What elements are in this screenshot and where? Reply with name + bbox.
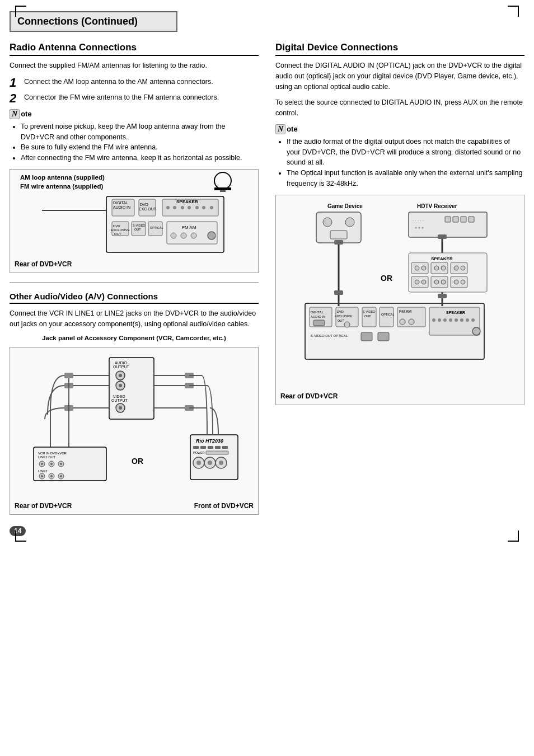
radio-antenna-intro: Connect the supplied FM/AM antennas for … [10, 60, 259, 71]
digital-note-item-1: If the audio format of the digital outpu… [287, 137, 524, 168]
left-column: Radio Antenna Connections Connect the su… [10, 42, 259, 536]
svg-text:EXCLUSIVE: EXCLUSIVE [111, 228, 130, 232]
svg-point-39 [119, 374, 122, 377]
svg-point-164 [460, 318, 463, 322]
fm-label: FM wire antenna (supplied) [20, 183, 103, 190]
svg-point-32 [181, 233, 186, 238]
digital-device-diagram-svg: Game Device HDTV Receiver . . . . . [299, 200, 501, 390]
svg-point-90 [208, 461, 212, 465]
svg-point-110 [421, 227, 423, 228]
svg-text:AUDIO: AUDIO [115, 361, 128, 365]
svg-point-161 [443, 318, 447, 322]
radio-rear-label: Rear of DVD+VCR [15, 260, 254, 268]
digital-note-label: ote [287, 125, 298, 133]
svg-text:FM  AM: FM AM [182, 225, 196, 230]
svg-point-99 [323, 218, 332, 227]
svg-point-121 [415, 266, 419, 270]
other-av-title: Other Audio/Video (A/V) Connections [10, 292, 259, 304]
other-av-diagram-svg: AUDIO OUTPUT VIDEO OUTPUT [28, 352, 241, 497]
svg-point-125 [441, 266, 446, 270]
corner-mark-br [508, 530, 519, 542]
svg-point-41 [119, 384, 122, 387]
svg-point-17 [195, 206, 199, 209]
svg-rect-80 [193, 446, 199, 449]
svg-text:Rió HT2030: Rió HT2030 [196, 438, 223, 444]
svg-point-69 [60, 463, 62, 465]
svg-rect-151 [380, 307, 394, 327]
svg-text:OPTICAL: OPTICAL [150, 226, 163, 229]
svg-rect-113 [334, 290, 343, 295]
svg-rect-117 [438, 294, 447, 298]
radio-antenna-title: Radio Antenna Connections [10, 42, 259, 56]
radio-note-item-1: To prevent noise pickup, keep the AM loo… [21, 121, 259, 143]
corner-mark-tr [508, 6, 519, 17]
right-column: Digital Device Connections Connect the D… [275, 42, 524, 536]
svg-rect-170 [378, 332, 389, 341]
svg-point-88 [196, 461, 201, 465]
step-2-text: Connector the FM wire antenna to the FM … [24, 92, 219, 103]
svg-rect-116 [438, 234, 447, 239]
svg-text:FM   AM: FM AM [399, 309, 411, 313]
svg-text:SPEAKER: SPEAKER [446, 311, 465, 314]
svg-text:. . . . .: . . . . . [413, 217, 424, 222]
svg-point-156 [409, 319, 414, 325]
svg-text:S-VIDEO: S-VIDEO [133, 224, 146, 227]
svg-point-67 [50, 463, 53, 465]
digital-device-intro2: To select the source connected to DIGITA… [275, 97, 524, 119]
svg-text:Game Device: Game Device [327, 203, 363, 209]
radio-rear-panel-diagram: DIGITAL AUDIO IN DVD EXC OUT SPEAKER [39, 191, 229, 258]
page-header: Connections (Continued) [10, 11, 177, 32]
svg-text:POWER: POWER [193, 451, 205, 454]
digital-device-title: Digital Device Connections [275, 42, 524, 56]
svg-text:VIDEO: VIDEO [113, 395, 125, 398]
svg-rect-142 [313, 320, 325, 326]
other-av-front-label: Front of DVD+VCR [194, 502, 254, 510]
svg-text:LINE1    OUT: LINE1 OUT [38, 456, 55, 459]
svg-rect-107 [469, 217, 474, 222]
step-1-text: Connect the AM loop antenna to the AM an… [24, 77, 213, 87]
svg-point-109 [418, 227, 420, 228]
svg-text:VCR IN  DVD+VCR: VCR IN DVD+VCR [38, 452, 67, 455]
svg-rect-86 [206, 451, 228, 454]
am-label: AM loop antenna (supplied) [20, 174, 105, 181]
step-1: 1 Connect the AM loop antenna to the AM … [10, 77, 259, 89]
svg-point-65 [41, 463, 43, 465]
svg-point-92 [219, 461, 223, 465]
digital-device-section: Digital Device Connections Connect the D… [275, 42, 524, 405]
svg-point-165 [466, 318, 469, 322]
svg-text:DIGITAL: DIGITAL [113, 201, 128, 205]
svg-text:OUT: OUT [114, 232, 121, 236]
svg-text:S-VIDEO: S-VIDEO [363, 310, 376, 313]
svg-text:OR: OR [132, 457, 143, 466]
svg-point-33 [191, 233, 196, 238]
svg-rect-81 [200, 446, 206, 449]
svg-text:OUT: OUT [338, 319, 344, 322]
other-av-intro: Connect the VCR IN LINE1 or LINE2 jacks … [10, 308, 259, 330]
svg-rect-102 [409, 212, 487, 237]
svg-rect-105 [453, 217, 458, 222]
svg-point-131 [421, 280, 426, 284]
note-icon: N [10, 109, 20, 119]
svg-text:OUT: OUT [134, 228, 141, 231]
svg-point-159 [432, 318, 435, 322]
svg-rect-84 [222, 446, 228, 449]
other-av-section: Other Audio/Video (A/V) Connections Conn… [10, 292, 259, 515]
svg-point-14 [173, 206, 176, 209]
svg-point-130 [415, 280, 419, 284]
svg-point-167 [472, 327, 480, 335]
svg-text:OR: OR [381, 274, 392, 283]
svg-point-166 [471, 318, 475, 322]
svg-point-127 [454, 266, 458, 270]
radio-note-item-3: After connecting the FM wire antenna, ke… [21, 153, 259, 163]
svg-rect-106 [461, 217, 466, 222]
svg-rect-1 [214, 187, 231, 190]
jack-panel-label: Jack panel of Accessory Component (VCR, … [10, 335, 259, 341]
svg-point-19 [210, 206, 213, 209]
svg-rect-104 [445, 217, 451, 222]
svg-point-16 [188, 206, 191, 209]
svg-text:EXC OUT: EXC OUT [139, 207, 157, 211]
svg-point-100 [345, 218, 354, 227]
svg-text:HDTV Receiver: HDTV Receiver [417, 203, 457, 209]
svg-point-134 [441, 280, 446, 284]
digital-note-item-2: The Optical input function is available … [287, 168, 524, 189]
